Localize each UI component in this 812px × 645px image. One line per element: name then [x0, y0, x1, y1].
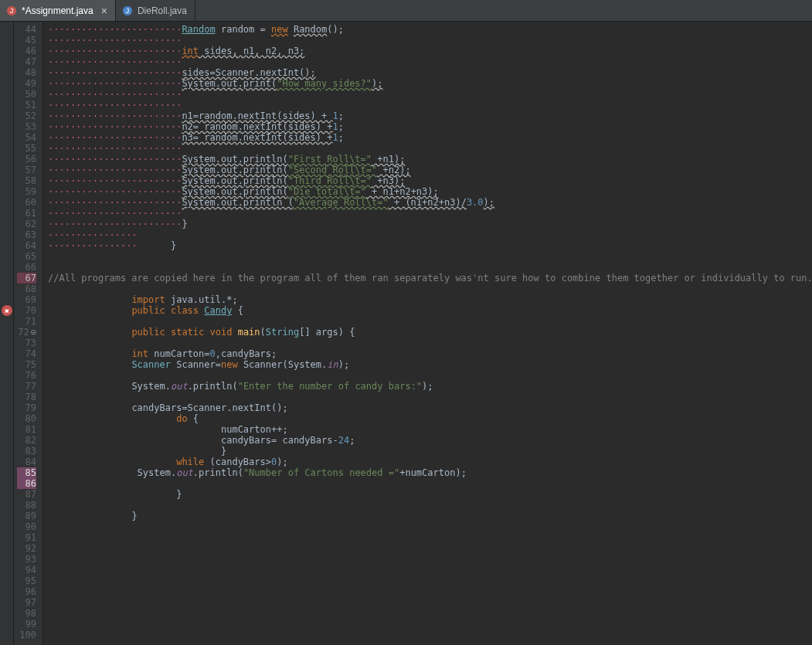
code-line[interactable]	[48, 283, 812, 294]
code-line[interactable]: ························System.out.print…	[48, 165, 812, 175]
code-line[interactable]: }	[48, 511, 812, 521]
code-line[interactable]: ························int sides, n1, n…	[48, 46, 812, 56]
code-line[interactable]: System.out.println("Number of Cartons ne…	[48, 467, 812, 478]
code-line[interactable]: ························n1=random.nextIn…	[48, 110, 812, 121]
code-line[interactable]: ························sides=Scanner.ne…	[48, 67, 812, 78]
code-line[interactable]	[48, 554, 812, 565]
marker-gutter: ✖	[0, 22, 14, 645]
code-line[interactable]	[48, 619, 812, 630]
code-line[interactable]: while (candyBars>0);	[48, 457, 812, 467]
code-line[interactable]	[48, 521, 812, 532]
code-line[interactable]	[48, 392, 812, 402]
code-line[interactable]: import java.util.*;	[48, 294, 812, 305]
error-marker-icon[interactable]: ✖	[2, 305, 12, 316]
code-line[interactable]: candyBars= candyBars-24;	[48, 435, 812, 446]
code-line[interactable]: numCarton++;	[48, 424, 812, 435]
code-line[interactable]: candyBars=Scanner.nextInt();	[48, 402, 812, 413]
code-line[interactable]: do {	[48, 413, 812, 424]
code-line[interactable]	[48, 370, 812, 381]
code-line[interactable]	[48, 597, 812, 608]
tab-bar: J *Assignment.java × J DieRoll.java	[0, 0, 812, 22]
code-line[interactable]	[48, 630, 812, 640]
code-line[interactable]	[48, 575, 812, 586]
svg-text:J: J	[10, 7, 14, 15]
code-line[interactable]: System.out.println("Enter the number of …	[48, 381, 812, 392]
code-line[interactable]: }	[48, 489, 812, 500]
code-line[interactable]: public static void main(String[] args) {	[48, 327, 812, 338]
code-line[interactable]: ························	[48, 100, 812, 110]
code-line[interactable]: //All programs are copied here in the pr…	[48, 273, 812, 283]
code-line[interactable]	[48, 608, 812, 619]
code-line[interactable]	[48, 251, 812, 262]
code-line[interactable]	[48, 316, 812, 327]
code-line[interactable]	[48, 532, 812, 543]
code-line[interactable]: ························System.out.print…	[48, 197, 812, 208]
code-line[interactable]: ························n2= random.nextI…	[48, 121, 812, 132]
java-file-icon: J	[122, 5, 133, 16]
code-line[interactable]: ················	[48, 229, 812, 240]
svg-text:J: J	[126, 7, 130, 15]
code-line[interactable]: public class Candy {	[48, 305, 812, 316]
code-line[interactable]: ························	[48, 56, 812, 67]
code-line[interactable]: int numCarton=0,candyBars;	[48, 348, 812, 359]
code-line[interactable]: ························n3= random.nextI…	[48, 132, 812, 143]
code-line[interactable]: ························	[48, 208, 812, 219]
code-line[interactable]: ························System.out.print…	[48, 78, 812, 89]
code-line[interactable]: ························System.out.print…	[48, 186, 812, 197]
tab-label: DieRoll.java	[138, 5, 187, 16]
line-number-gutter: 4445464748495051525354555657585960616263…	[14, 22, 43, 645]
code-line[interactable]	[48, 565, 812, 575]
code-line[interactable]	[48, 478, 812, 489]
code-line[interactable]	[48, 543, 812, 554]
code-line[interactable]: ························	[48, 89, 812, 100]
code-editor[interactable]: ✖ 44454647484950515253545556575859606162…	[0, 22, 812, 645]
close-icon[interactable]: ×	[101, 5, 107, 17]
code-line[interactable]: ························	[48, 35, 812, 46]
code-line[interactable]	[48, 338, 812, 348]
code-line[interactable]: Scanner Scanner=new Scanner(System.in);	[48, 359, 812, 370]
tab-label: *Assignment.java	[22, 5, 93, 16]
code-line[interactable]: ························System.out.print…	[48, 154, 812, 165]
tab-dieroll[interactable]: J DieRoll.java	[116, 0, 195, 21]
tab-assignment[interactable]: J *Assignment.java ×	[0, 0, 116, 21]
code-line[interactable]: ························Random random = …	[48, 24, 812, 35]
java-file-icon: J	[6, 5, 17, 16]
code-line[interactable]: }	[48, 446, 812, 457]
code-line[interactable]	[48, 500, 812, 511]
code-line[interactable]	[48, 262, 812, 273]
code-area[interactable]: ························Random random = …	[43, 22, 812, 645]
code-line[interactable]	[48, 586, 812, 597]
code-line[interactable]: ························System.out.print…	[48, 175, 812, 186]
code-line[interactable]: ················ }	[48, 240, 812, 251]
code-line[interactable]: ························	[48, 143, 812, 154]
code-line[interactable]: ························}	[48, 219, 812, 229]
